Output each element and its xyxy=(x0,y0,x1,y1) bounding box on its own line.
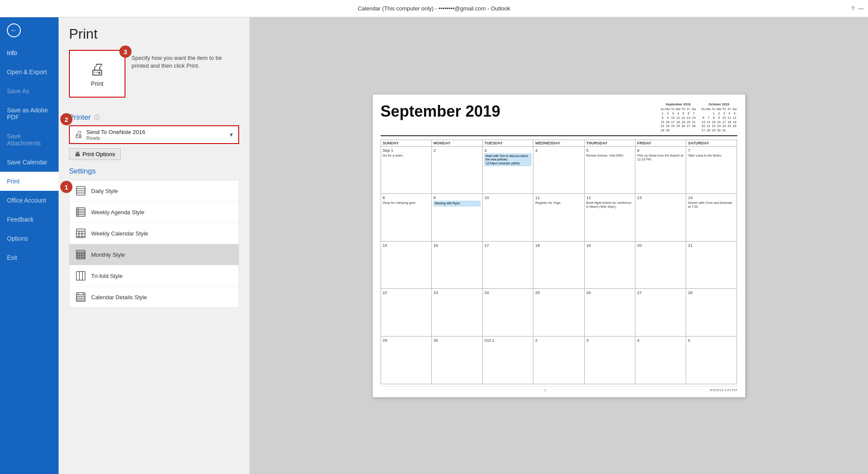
col-tuesday: TUESDAY xyxy=(483,140,533,147)
monthly-style-icon xyxy=(75,248,87,261)
trifold-icon xyxy=(75,270,87,282)
style-item-weekly-agenda[interactable]: Weekly Agenda Style xyxy=(69,202,239,223)
col-saturday: SATURDAY xyxy=(686,140,737,147)
sidebar-item-save-adobe[interactable]: Save as Adobe PDF xyxy=(0,101,59,127)
print-options-button[interactable]: 🖶 Print Options xyxy=(69,148,121,160)
style-item-monthly[interactable]: Monthly Style xyxy=(69,244,239,265)
cell-sep6: 6Pick up Dana from the Airport at 12:15 … xyxy=(635,147,686,194)
cell-sep26: 26 xyxy=(585,289,635,337)
cell-sep23: 23 xyxy=(432,289,483,337)
sidebar-item-save-calendar[interactable]: Save Calendar xyxy=(0,153,59,172)
cell-oct1: Oct 1 xyxy=(483,337,533,384)
main-container: ← Info Open & Export Save As Save as Ado… xyxy=(0,17,868,474)
cell-sep25: 25 xyxy=(533,289,584,337)
col-monday: MONDAY xyxy=(432,140,483,147)
cell-sep24: 24 xyxy=(483,289,533,337)
settings-label: Settings xyxy=(69,167,239,176)
print-section: 🖨 Print 3 Specify how you want the item … xyxy=(69,50,239,105)
cell-sep13: 13 xyxy=(635,194,686,242)
cell-sep19: 19 xyxy=(585,242,635,289)
printer-status: Ready xyxy=(86,135,145,141)
mini-month-sep-grid: SuMoTuWeThFrSa 1234567 891011121314 1516… xyxy=(660,107,697,133)
info-icon[interactable]: ⓘ xyxy=(94,114,100,121)
sidebar-item-print[interactable]: Print xyxy=(0,172,59,191)
style-item-trifold[interactable]: Tri-fold Style xyxy=(69,265,239,287)
sidebar-item-exit[interactable]: Exit xyxy=(0,248,59,267)
sidebar-item-options[interactable]: Options xyxy=(0,229,59,248)
calendar-details-icon xyxy=(75,291,87,303)
cell-sep29: 29 xyxy=(381,337,432,384)
cell-sep14: 14Dinner with Chris and Amanda at 7:00 xyxy=(686,194,737,242)
sidebar-item-open-export[interactable]: Open & Export xyxy=(0,62,59,82)
calendar-header: September 2019 September 2019 SuMoTuWeTh… xyxy=(381,102,737,136)
preview-area: September 2019 September 2019 SuMoTuWeTh… xyxy=(250,17,868,474)
titlebar-text: Calendar (This computer only) - ••••••••… xyxy=(358,5,510,12)
page-title: Print xyxy=(69,26,239,42)
styles-list: Daily Style xyxy=(69,180,239,308)
style-item-calendar-details[interactable]: Calendar Details Style xyxy=(69,287,239,307)
calendar-footer: 1 9/3/2019 4:24 PM xyxy=(381,386,737,392)
printer-name: Send To OneNote 2016 xyxy=(86,129,145,135)
cell-sep28: 28 xyxy=(686,289,737,337)
dropdown-arrow-icon: ▼ xyxy=(229,132,234,138)
cell-sep2: 2 xyxy=(432,147,483,194)
mini-month-oct-grid: SuMoTuWeThFrSa 12345 6789101112 13141516… xyxy=(701,107,737,133)
print-button[interactable]: 🖨 Print xyxy=(69,50,125,98)
calendar-month-title: September 2019 xyxy=(381,102,660,121)
calendar-mini-months: September 2019 SuMoTuWeThFrSa 1234567 89… xyxy=(660,102,737,133)
sidebar-item-office-account[interactable]: Office Account xyxy=(0,191,59,210)
cell-sep16: 16 xyxy=(432,242,483,289)
cell-sep3: 3Meet with Tom to discuss about the new … xyxy=(483,147,533,194)
cell-sep11: 11Register for Yoga. xyxy=(533,194,584,242)
sidebar-item-save-attachments[interactable]: Save Attachments xyxy=(0,127,59,153)
cell-sep21: 21 xyxy=(686,242,737,289)
cell-sep5: 5Renew licence. Visit DMV. xyxy=(585,147,635,194)
weekly-agenda-icon xyxy=(75,206,87,218)
cell-sep27: 27 xyxy=(635,289,686,337)
printer-dropdown[interactable]: 🖨 Send To OneNote 2016 Ready ▼ xyxy=(69,125,239,144)
print-options-icon: 🖶 xyxy=(75,151,80,157)
mini-month-sep: September 2019 SuMoTuWeThFrSa 1234567 89… xyxy=(660,102,697,133)
print-button-label: Print xyxy=(91,80,104,87)
footer-right: 9/3/2019 4:24 PM xyxy=(710,388,737,392)
cell-sep30: 30 xyxy=(432,337,483,384)
footer-center: 1 xyxy=(544,388,546,392)
svg-rect-26 xyxy=(76,271,85,280)
cell-sep18: 18 xyxy=(533,242,584,289)
left-panel: Print 🖨 Print 3 Specify how you want the… xyxy=(59,17,250,474)
sidebar-item-info[interactable]: Info xyxy=(0,43,59,62)
sidebar-item-save-as[interactable]: Save As xyxy=(0,82,59,101)
style-item-daily[interactable]: Daily Style xyxy=(69,180,239,202)
col-friday: FRIDAY xyxy=(635,140,686,147)
print-description: Specify how you want the item to be prin… xyxy=(132,50,227,70)
step-badge-3: 3 xyxy=(119,46,132,58)
cell-sep7: 7Take Lana to the Bistro. xyxy=(686,147,737,194)
step-badge-2: 2 xyxy=(60,113,72,125)
mini-month-oct: October 2019 SuMoTuWeThFrSa 12345 678910… xyxy=(701,102,737,133)
cell-oct4: 4 xyxy=(635,337,686,384)
cell-sep10: 10 xyxy=(483,194,533,242)
printer-small-icon: 🖨 xyxy=(74,130,83,140)
cell-sep22: 22 xyxy=(381,289,432,337)
cell-oct3: 3 xyxy=(585,337,635,384)
sidebar-item-feedback[interactable]: Feedback xyxy=(0,210,59,229)
back-button[interactable]: ← xyxy=(0,17,59,43)
help-icon[interactable]: ? xyxy=(852,5,855,12)
col-wednesday: WEDNESDAY xyxy=(533,140,584,147)
cell-sep15: 15 xyxy=(381,242,432,289)
content-area: Print 🖨 Print 3 Specify how you want the… xyxy=(59,17,868,474)
minimize-icon[interactable]: — xyxy=(858,5,864,12)
style-item-weekly-calendar[interactable]: Weekly Calendar Style xyxy=(69,223,239,244)
mini-month-oct-title: October 2019 xyxy=(701,102,737,107)
printer-name-block: Send To OneNote 2016 Ready xyxy=(86,129,145,141)
cell-sep1: Sep 1Go for a swim. xyxy=(381,147,432,194)
svg-rect-4 xyxy=(76,208,85,216)
step-badge-1: 1 xyxy=(60,181,72,193)
cell-sep12: 12Book flight tickets for confrence in M… xyxy=(585,194,635,242)
daily-style-icon xyxy=(75,185,87,197)
calendar-grid: SUNDAY MONDAY TUESDAY WEDNESDAY THURSDAY… xyxy=(381,140,737,384)
sidebar: ← Info Open & Export Save As Save as Ado… xyxy=(0,17,59,474)
weekly-calendar-icon xyxy=(75,227,87,239)
titlebar-controls: ? — xyxy=(852,5,864,12)
cell-sep17: 17 xyxy=(483,242,533,289)
